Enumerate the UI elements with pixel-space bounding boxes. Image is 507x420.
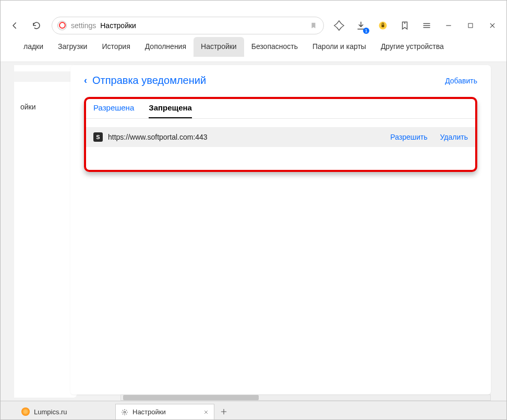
new-tab-button[interactable]: [214, 404, 233, 419]
maximize-button[interactable]: [461, 17, 480, 34]
settings-nav-tabs: ладки Загрузки История Дополнения Настро…: [1, 37, 506, 62]
permtab-denied[interactable]: Запрещена: [149, 103, 192, 118]
horizontal-scrollbar[interactable]: [120, 394, 491, 401]
window-frame: settings Настройки 1: [0, 0, 507, 420]
toolbar-right-icons: 1: [329, 17, 502, 34]
card-header: ‹ Отправка уведомлений Добавить: [84, 75, 477, 87]
nav-tab-addons[interactable]: Дополнения: [138, 37, 194, 57]
zen-icon[interactable]: [329, 17, 349, 34]
nav-tab-passwords[interactable]: Пароли и карты: [305, 37, 373, 57]
browser-tabstrip: Lumpics.ru Настройки: [1, 401, 506, 419]
scrollbar-thumb[interactable]: [123, 395, 259, 400]
svg-point-3: [124, 411, 126, 413]
nav-tab-downloads[interactable]: Загрузки: [51, 37, 94, 57]
sidebar-item-1[interactable]: ойки: [14, 97, 77, 116]
bookmark-icon[interactable]: [310, 22, 317, 29]
settings-sidebar: ойки: [14, 65, 77, 398]
bookmarks-button[interactable]: [395, 17, 415, 34]
address-title: Настройки: [100, 21, 136, 30]
highlighted-region: Разрешена Запрещена S https://www.softpo…: [84, 97, 477, 172]
refresh-button[interactable]: [27, 17, 46, 34]
browser-tab-lumpics[interactable]: Lumpics.ru: [16, 404, 115, 419]
settings-card: ‹ Отправка уведомлений Добавить Разрешен…: [70, 65, 491, 394]
site-action-allow[interactable]: Разрешить: [390, 133, 427, 141]
settings-workspace: ойки ‹ Отправка уведомлений Добавить Раз…: [1, 62, 506, 401]
close-window-button[interactable]: [482, 17, 502, 34]
browser-tab-settings[interactable]: Настройки: [115, 404, 214, 419]
card-title-text: Отправка уведомлений: [92, 75, 206, 87]
yandex-icon: [57, 21, 67, 30]
tab-close-icon[interactable]: [203, 410, 209, 415]
extension-lock-icon[interactable]: [373, 17, 393, 34]
browser-tab-title: Lumpics.ru: [34, 408, 67, 416]
address-protocol: settings: [71, 21, 96, 30]
site-url: https://www.softportal.com:443: [108, 133, 378, 141]
gear-icon: [121, 409, 128, 416]
chevron-left-icon: ‹: [84, 75, 87, 86]
menu-button[interactable]: [417, 17, 437, 34]
lumpics-favicon: [21, 407, 30, 416]
browser-tab-title: Настройки: [132, 408, 166, 416]
back-button[interactable]: [5, 17, 25, 34]
browser-toolbar: settings Настройки 1: [1, 14, 506, 37]
site-row: S https://www.softportal.com:443 Разреши…: [86, 127, 475, 147]
downloads-button[interactable]: 1: [351, 17, 371, 34]
svg-rect-1: [382, 24, 384, 27]
add-site-link[interactable]: Добавить: [445, 77, 477, 85]
downloads-badge: 1: [363, 28, 369, 34]
nav-tab-other-devices[interactable]: Другие устройства: [373, 37, 451, 57]
titlebar-spacer: [1, 1, 506, 14]
permission-tabs: Разрешена Запрещена: [86, 100, 475, 119]
svg-rect-2: [468, 23, 473, 28]
minimize-button[interactable]: [439, 17, 458, 34]
site-action-delete[interactable]: Удалить: [440, 133, 468, 141]
nav-tab-security[interactable]: Безопасность: [244, 37, 305, 57]
site-favicon: S: [93, 132, 103, 142]
permtab-allowed[interactable]: Разрешена: [93, 103, 134, 118]
nav-tab-bookmarks[interactable]: ладки: [16, 37, 51, 57]
card-title-back[interactable]: ‹ Отправка уведомлений: [84, 75, 206, 87]
sidebar-item-0[interactable]: [14, 71, 77, 82]
nav-tab-history[interactable]: История: [94, 37, 137, 57]
address-bar[interactable]: settings Настройки: [52, 17, 324, 34]
nav-tab-settings[interactable]: Настройки: [194, 37, 244, 57]
